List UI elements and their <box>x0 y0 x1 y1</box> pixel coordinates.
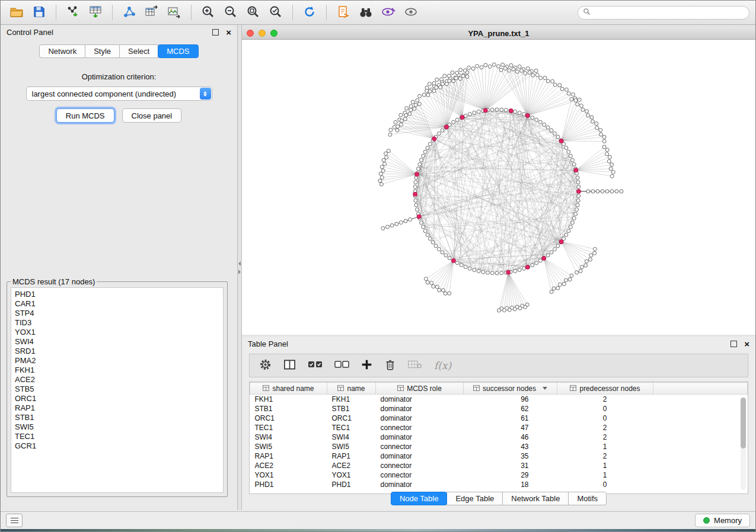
run-mcds-button[interactable]: Run MCDS <box>56 108 114 123</box>
save-button[interactable] <box>29 3 49 22</box>
result-item[interactable]: STP4 <box>15 309 219 318</box>
table-row[interactable]: TEC1TEC1connector472 <box>250 423 748 432</box>
result-item[interactable]: SWI5 <box>15 422 219 432</box>
table-row[interactable]: ORC1ORC1dominator610 <box>250 414 748 423</box>
optimization-criterion-label: Optimization criterion: <box>1 72 237 81</box>
tab-node-table[interactable]: Node Table <box>391 492 448 505</box>
tab-motifs[interactable]: Motifs <box>568 492 607 505</box>
table-row[interactable]: SWI5SWI5connector431 <box>250 442 748 451</box>
network-window-titlebar[interactable]: YPA_prune.txt_1 <box>242 27 755 40</box>
result-item[interactable]: PHD1 <box>15 290 219 299</box>
scrollbar-thumb[interactable] <box>741 398 746 448</box>
delete-table-icon <box>408 359 422 372</box>
visual-properties-button[interactable] <box>378 3 398 22</box>
zoom-out-button[interactable] <box>221 3 241 22</box>
table-panel-header: Table Panel × <box>242 336 755 351</box>
deselect-all-columns-icon[interactable] <box>334 360 349 372</box>
search-network-button[interactable] <box>356 3 376 22</box>
close-panel-icon[interactable]: × <box>226 28 231 37</box>
column-header-mcds-role[interactable]: MCDS role <box>376 383 464 395</box>
float-panel-icon[interactable] <box>212 29 219 36</box>
delete-column-icon[interactable] <box>384 358 396 373</box>
tab-mcds[interactable]: MCDS <box>158 44 198 58</box>
table-row[interactable]: PHD1PHD1dominator180 <box>250 480 748 489</box>
control-panel-tabs: Network Style Select MCDS <box>1 44 237 58</box>
result-item[interactable]: CAR1 <box>15 299 219 309</box>
open-file-button[interactable] <box>7 3 27 22</box>
table-row[interactable]: SWI4SWI4dominator462 <box>250 432 748 442</box>
export-table-button[interactable] <box>142 3 162 22</box>
create-column-icon[interactable] <box>361 359 372 373</box>
export-image-button[interactable] <box>164 3 184 22</box>
column-header-shared-name[interactable]: shared name <box>250 383 327 395</box>
result-item[interactable]: STB5 <box>15 384 219 394</box>
result-item[interactable]: SWI4 <box>15 337 219 347</box>
tab-style[interactable]: Style <box>85 44 120 58</box>
float-table-panel-icon[interactable] <box>731 341 737 347</box>
vertical-splitter[interactable] <box>238 25 242 510</box>
export-image-icon <box>167 5 181 21</box>
export-table-icon <box>145 5 159 21</box>
memory-button[interactable]: Memory <box>695 514 750 527</box>
result-item[interactable]: YOX1 <box>15 328 219 337</box>
chevron-down-icon[interactable] <box>543 387 547 390</box>
collapse-left-icon[interactable] <box>238 261 241 266</box>
table-row[interactable]: YOX1YOX1connector291 <box>250 470 748 480</box>
result-item[interactable]: ORC1 <box>15 394 219 403</box>
show-hide-button[interactable] <box>401 3 421 22</box>
result-item[interactable]: ACE2 <box>15 375 219 384</box>
table-row[interactable]: RAP1RAP1dominator352 <box>250 451 748 461</box>
new-network-button[interactable] <box>119 3 139 22</box>
table-row[interactable]: STB1STB1dominator620 <box>250 404 748 414</box>
result-item[interactable]: TID3 <box>15 318 219 328</box>
zoom-selected-button[interactable] <box>266 3 286 22</box>
show-columns-icon[interactable] <box>283 359 296 373</box>
result-item[interactable]: PMA2 <box>15 356 219 366</box>
network-canvas[interactable] <box>242 40 756 335</box>
select-all-columns-icon[interactable] <box>308 360 323 372</box>
search-field[interactable] <box>578 6 749 20</box>
tab-select[interactable]: Select <box>119 44 158 58</box>
tab-network-table[interactable]: Network Table <box>502 492 569 505</box>
result-item[interactable]: SRD1 <box>15 347 219 356</box>
import-network-button[interactable] <box>63 3 83 22</box>
close-table-panel-icon[interactable]: × <box>744 339 749 348</box>
close-panel-button[interactable]: Close panel <box>122 108 182 123</box>
import-table-icon <box>88 5 103 21</box>
zoom-fit-button[interactable] <box>243 3 263 22</box>
column-type-icon <box>337 384 344 393</box>
optimization-criterion-select[interactable]: largest connected component (undirected) <box>26 86 212 101</box>
table-scrollbar[interactable] <box>741 398 746 490</box>
tab-edge-table[interactable]: Edge Table <box>446 492 503 505</box>
table-row[interactable]: FKH1FKH1dominator962 <box>250 395 748 405</box>
toolbar-separator <box>292 5 293 20</box>
zoom-out-icon <box>224 5 238 21</box>
import-table-button[interactable] <box>85 3 106 22</box>
toolbar-separator <box>112 5 113 20</box>
search-icon <box>583 7 591 18</box>
mcds-result-list[interactable]: PHD1CAR1STP4TID3YOX1SWI4SRD1PMA2FKH1ACE2… <box>11 287 224 493</box>
table-toolbar: f(x) <box>249 354 748 377</box>
result-item[interactable]: TEC1 <box>15 432 219 441</box>
result-item[interactable]: STB1 <box>15 413 219 422</box>
optimization-criterion-value: largest connected component (undirected) <box>32 89 177 98</box>
zoom-selected-icon <box>269 5 283 21</box>
column-type-icon <box>397 384 404 393</box>
tab-network[interactable]: Network <box>39 44 85 58</box>
column-header-predecessor-nodes[interactable]: predecessor nodes <box>557 383 653 395</box>
table-settings-gear-icon[interactable] <box>259 358 272 373</box>
zoom-in-button[interactable] <box>198 3 218 22</box>
search-input[interactable] <box>594 8 744 17</box>
share-document-button[interactable] <box>333 3 353 22</box>
result-item[interactable]: RAP1 <box>15 403 219 413</box>
column-header-name[interactable]: name <box>327 383 376 395</box>
result-item[interactable]: FKH1 <box>15 366 219 375</box>
refresh-button[interactable] <box>299 3 320 22</box>
table-row[interactable]: ACE2ACE2connector311 <box>250 461 748 470</box>
function-builder-icon: f(x) <box>434 360 451 371</box>
collapse-right-icon[interactable] <box>238 270 241 274</box>
column-type-icon <box>263 384 269 393</box>
console-menu-button[interactable] <box>6 514 23 527</box>
column-header-successor-nodes[interactable]: successor nodes <box>464 383 557 395</box>
result-item[interactable]: GCR1 <box>15 441 219 451</box>
